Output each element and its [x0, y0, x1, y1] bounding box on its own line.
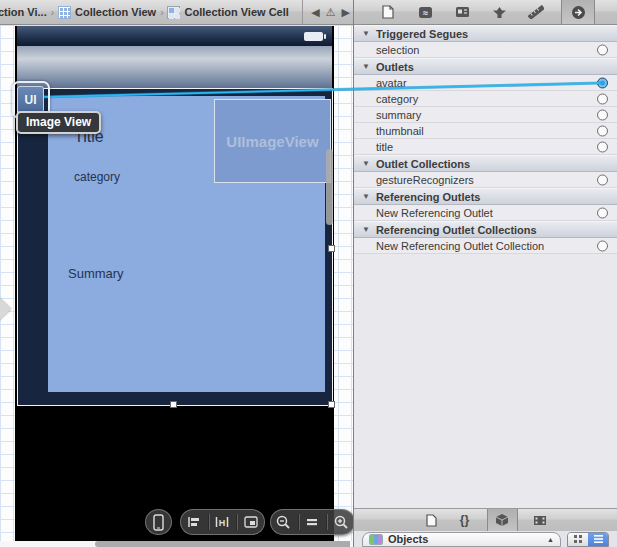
inspector-tab-bar: ≈ [354, 0, 617, 25]
collection-view-cell-icon [167, 6, 180, 19]
collection-view-cell-canvas[interactable]: Title category Summary UIImageView [18, 89, 332, 405]
status-bar [17, 26, 332, 46]
outlet-row-summary[interactable]: summary [354, 107, 617, 123]
code-snippets-library-icon[interactable]: {} [454, 509, 476, 531]
outlet-label: New Referencing Outlet Collection [376, 240, 544, 252]
collection-view-icon [58, 6, 71, 19]
section-outlets[interactable]: ▼ Outlets [354, 58, 617, 75]
resolve-autolayout-button[interactable] [239, 516, 263, 528]
svg-text:≈: ≈ [423, 7, 428, 17]
connection-circle[interactable] [597, 141, 608, 152]
outlet-label: New Referencing Outlet [376, 207, 493, 219]
warning-icon[interactable]: ⚠ [326, 6, 336, 19]
outlet-label: category [376, 93, 418, 105]
list-view-icon[interactable] [588, 533, 608, 546]
resize-handle-bottom[interactable] [170, 401, 177, 408]
breadcrumb-collection-view[interactable]: Collection View [75, 6, 156, 18]
file-inspector-icon[interactable] [376, 0, 400, 24]
identity-inspector-icon[interactable] [450, 0, 474, 24]
outlet-label: summary [376, 109, 421, 121]
outlet-row-category[interactable]: category [354, 91, 617, 107]
summary-label[interactable]: Summary [68, 266, 124, 281]
uiimageview-label: UIImageView [226, 133, 318, 150]
device-toggle-button[interactable] [145, 509, 172, 535]
zoom-out-button[interactable] [272, 515, 296, 530]
resize-handle-right[interactable] [328, 245, 335, 252]
section-referencing-outlets[interactable]: ▼ Referencing Outlets [354, 188, 617, 205]
library-tab-bar: {} [354, 508, 617, 531]
pin-button[interactable]: H [210, 516, 234, 528]
library-filter-dropdown[interactable]: Objects ▲ [362, 532, 561, 547]
navigation-bar[interactable] [17, 46, 332, 89]
objects-library-icon[interactable] [487, 509, 518, 531]
align-button[interactable] [182, 516, 206, 528]
outlet-label: title [376, 141, 393, 153]
connection-circle[interactable] [597, 240, 608, 251]
category-label[interactable]: category [74, 170, 120, 184]
breadcrumb-truncated[interactable]: ction Vi... [0, 6, 47, 18]
quick-help-inspector-icon[interactable]: ≈ [413, 0, 437, 24]
connection-circle[interactable] [597, 93, 608, 104]
outlet-row-thumbnail[interactable]: thumbnail [354, 123, 617, 139]
connection-circle[interactable] [597, 174, 608, 185]
connection-circle[interactable] [597, 109, 608, 120]
resize-handle-bottom-right[interactable] [328, 401, 335, 408]
storyboard-canvas[interactable]: Title category Summary UIImageView [0, 25, 353, 541]
outlet-row-new-referencing-outlet[interactable]: New Referencing Outlet [354, 205, 617, 221]
zoom-100-button[interactable] [300, 517, 324, 527]
disclosure-triangle-icon[interactable]: ▼ [362, 62, 370, 71]
breadcrumb-collection-view-cell[interactable]: Collection View Cell [184, 6, 288, 18]
size-inspector-icon[interactable] [524, 0, 548, 24]
back-arrow-icon[interactable]: ◀ [311, 6, 319, 19]
section-title: Triggered Segues [376, 28, 468, 40]
svg-text:H: H [219, 518, 226, 528]
view-controller-screen[interactable]: Title category Summary UIImageView [15, 26, 334, 541]
disclosure-triangle-icon[interactable]: ▼ [362, 159, 370, 168]
uiimageview[interactable]: UIImageView [214, 99, 331, 183]
forward-arrow-icon[interactable]: ▶ [342, 6, 350, 19]
section-referencing-outlet-collections[interactable]: ▼ Referencing Outlet Collections [354, 221, 617, 238]
canvas-horizontal-scrollbar[interactable] [95, 541, 350, 547]
library-header: Objects ▲ [354, 531, 617, 547]
utilities-panel: ≈ ▼ Triggered Segues selection ▼ Outlets [353, 0, 617, 547]
file-templates-library-icon[interactable] [421, 509, 443, 531]
attributes-inspector-icon[interactable] [487, 0, 511, 24]
connection-circle-active[interactable] [597, 77, 608, 88]
iphone-icon [153, 514, 164, 531]
outlet-row-avatar[interactable]: avatar [354, 75, 617, 91]
outlet-row-gesturerecognizers[interactable]: gestureRecognizers [354, 172, 617, 188]
media-library-icon[interactable] [529, 509, 551, 531]
connection-circle[interactable] [597, 207, 608, 218]
outlet-row-new-referencing-outlet-collection[interactable]: New Referencing Outlet Collection [354, 238, 617, 254]
section-title: Outlets [376, 61, 414, 73]
storyboard-entry-arrow[interactable] [0, 295, 11, 323]
outlet-label: thumbnail [376, 125, 424, 137]
objects-dropdown-label: Objects [388, 533, 428, 545]
zoom-toolbar [270, 509, 353, 535]
connection-tooltip: Image View [16, 111, 101, 134]
editor-pane: ction Vi... › Collection View › Collecti… [0, 0, 353, 547]
canvas-vertical-scrollbar[interactable] [326, 149, 333, 225]
connection-circle[interactable] [597, 44, 608, 55]
disclosure-triangle-icon[interactable]: ▼ [362, 192, 370, 201]
section-triggered-segues[interactable]: ▼ Triggered Segues [354, 25, 617, 42]
zoom-in-button[interactable] [329, 515, 353, 530]
connections-inspector-icon[interactable] [561, 0, 595, 24]
section-title: Referencing Outlets [376, 191, 481, 203]
popup-arrow-icon: ▲ [547, 537, 554, 542]
breadcrumb-separator: › [160, 7, 163, 18]
objects-palette-icon [369, 534, 383, 545]
history-arrows: ◀ ⚠ ▶ [302, 0, 353, 24]
outlet-label: gestureRecognizers [376, 174, 474, 186]
connection-circle[interactable] [597, 125, 608, 136]
grid-view-icon[interactable] [568, 533, 588, 546]
section-outlet-collections[interactable]: ▼ Outlet Collections [354, 155, 617, 172]
section-title: Referencing Outlet Collections [376, 224, 537, 236]
outlet-row-title[interactable]: title [354, 139, 617, 155]
disclosure-triangle-icon[interactable]: ▼ [362, 225, 370, 234]
section-title: Outlet Collections [376, 158, 470, 170]
outlet-label: avatar [376, 77, 407, 89]
outlet-row-selection[interactable]: selection [354, 42, 617, 58]
dragged-image-view-badge[interactable]: UI [17, 86, 44, 113]
disclosure-triangle-icon[interactable]: ▼ [362, 29, 370, 38]
